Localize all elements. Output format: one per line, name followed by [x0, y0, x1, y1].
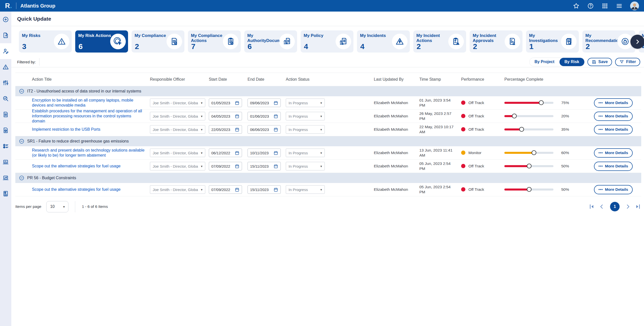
warning-triangle-icon	[57, 37, 66, 46]
cards-carousel-next-button[interactable]	[630, 35, 644, 49]
help-icon[interactable]	[587, 3, 594, 9]
slider-handle[interactable]	[539, 100, 544, 105]
summary-card-my-incident-actions[interactable]: My Incident Actions2	[413, 30, 466, 53]
last-page-icon[interactable]	[635, 203, 641, 210]
start-date-input[interactable]: 04/05/2023	[209, 112, 242, 120]
more-details-button[interactable]: •••More Details	[594, 162, 633, 171]
sidebar-item-person-edit[interactable]	[0, 43, 11, 59]
summary-card-my-recommendations[interactable]: My Recommendations2	[582, 30, 635, 53]
more-details-button[interactable]: •••More Details	[594, 148, 633, 158]
sidebar-item-warning-triangle[interactable]	[0, 59, 11, 75]
user-avatar[interactable]	[630, 2, 639, 10]
slider-handle[interactable]	[527, 187, 532, 192]
apps-grid-icon[interactable]	[601, 3, 608, 9]
save-disk-icon	[592, 60, 596, 64]
summary-card-my-investigations[interactable]: My Investigations1	[526, 30, 579, 53]
action-title-link[interactable]: Scope out the alternative strategies for…	[32, 187, 126, 192]
card-label: My Compliance Actions	[191, 33, 226, 43]
clipboard-alert-icon	[452, 37, 461, 46]
sidebar-item-document-lines[interactable]	[0, 107, 11, 122]
more-details-button[interactable]: •••More Details	[594, 98, 633, 108]
action-status-select[interactable]: In Progress▾	[286, 162, 325, 170]
more-details-button[interactable]: •••More Details	[594, 112, 633, 121]
responsible-officer-select[interactable]: Joe Smith - Director, Globa▾	[150, 125, 205, 134]
by-project-toggle[interactable]: By Project	[530, 58, 559, 66]
slider-handle[interactable]	[532, 150, 536, 155]
responsible-officer-select[interactable]: Joe Smith - Director, Globa▾	[150, 185, 205, 194]
previous-page-icon[interactable]	[598, 203, 605, 210]
summary-card-my-risks[interactable]: My Risks3	[19, 30, 72, 53]
summary-card-my-policy[interactable]: My Policy4	[301, 30, 353, 53]
end-date-input[interactable]: 09/06/2023	[248, 99, 281, 107]
summary-card-my-authoritydocument[interactable]: My AuthorityDocument6	[244, 30, 297, 53]
summary-card-my-incidents[interactable]: My Incidents4	[357, 30, 410, 53]
menu-icon[interactable]	[616, 3, 623, 9]
collapse-group-button[interactable]	[19, 88, 24, 94]
page-size-select[interactable]: 10 ▾	[46, 201, 68, 212]
percent-complete-slider[interactable]	[504, 102, 553, 104]
sidebar-item-checklist-status[interactable]	[0, 138, 11, 154]
percent-complete-slider[interactable]	[504, 165, 553, 167]
summary-card-my-compliance-actions[interactable]: My Compliance Actions7	[188, 30, 241, 53]
sidebar-item-sliders[interactable]	[0, 75, 11, 91]
start-date-input[interactable]: 01/05/2023	[209, 99, 242, 107]
responsible-officer-select[interactable]: Joe Smith - Director, Globa▾	[150, 162, 205, 170]
end-date-input[interactable]: 01/06/2023	[248, 112, 281, 120]
first-page-icon[interactable]	[588, 203, 595, 210]
card-count: 6	[78, 42, 83, 51]
last-updated-by: Elizabeth McMahon	[369, 114, 415, 119]
responsible-officer-select[interactable]: Joe Smith - Director, Globa▾	[150, 112, 205, 120]
start-date-input[interactable]: 07/09/2022	[209, 185, 242, 194]
sidebar-item-document-forward[interactable]	[0, 27, 11, 43]
action-title-link[interactable]: Implement restriction to the USB Ports	[32, 127, 105, 131]
collapse-group-button[interactable]	[19, 175, 24, 181]
start-date-input[interactable]: 07/09/2022	[209, 162, 242, 170]
sidebar-item-laptop-trend[interactable]	[0, 170, 11, 186]
collapse-group-button[interactable]	[19, 138, 24, 144]
calendar-icon	[273, 114, 278, 119]
sidebar-item-search-trend[interactable]	[0, 91, 11, 107]
action-title-link[interactable]: Scope out the alternative strategies for…	[32, 164, 126, 168]
slider-handle[interactable]	[527, 164, 532, 168]
next-page-icon[interactable]	[625, 203, 631, 210]
sidebar-item-document-shield[interactable]	[0, 122, 11, 138]
percent-complete-slider[interactable]	[504, 189, 553, 191]
percent-complete-slider[interactable]	[504, 128, 553, 130]
action-status-select[interactable]: In Progress▾	[286, 99, 325, 107]
more-details-button[interactable]: •••More Details	[594, 185, 633, 194]
end-date-input[interactable]: 15/11/2023	[248, 162, 281, 170]
sidebar-item-add-circle[interactable]	[0, 12, 11, 27]
action-status-select[interactable]: In Progress▾	[286, 125, 325, 134]
filter-button[interactable]: Filter	[615, 58, 640, 66]
end-date-input[interactable]: 15/11/2023	[248, 185, 281, 194]
by-risk-toggle[interactable]: By Risk	[559, 58, 584, 66]
sidebar-item-report-chart[interactable]	[0, 186, 11, 202]
slider-handle[interactable]	[512, 114, 517, 118]
action-status-select[interactable]: In Progress▾	[286, 112, 325, 120]
start-date-input[interactable]: 22/05/2023	[209, 125, 242, 134]
column-header-action-title: Action Title	[15, 77, 146, 82]
summary-card-my-incident-approvals[interactable]: My Incident Approvals2	[470, 30, 522, 53]
responsible-officer-select[interactable]: Joe Smith - Director, Globa▾	[150, 149, 205, 157]
percent-complete-value: 35%	[561, 127, 569, 132]
responsible-officer-select[interactable]: Joe Smith - Director, Globa▾	[150, 99, 205, 107]
action-status-select[interactable]: In Progress▾	[286, 149, 325, 157]
start-date-input[interactable]: 06/12/2022	[209, 149, 242, 157]
filter-bar-divider	[39, 58, 39, 66]
more-details-button[interactable]: •••More Details	[594, 125, 633, 134]
favorite-star-icon[interactable]	[573, 3, 580, 9]
action-status-select[interactable]: In Progress▾	[286, 185, 325, 194]
summary-card-my-compliance[interactable]: My Compliance2	[132, 30, 184, 53]
slider-handle[interactable]	[519, 127, 524, 132]
end-date-input[interactable]: 06/06/2023	[248, 125, 281, 134]
summary-card-my-risk-actions[interactable]: My Risk Actions6	[75, 30, 128, 53]
percent-complete-slider[interactable]	[504, 152, 553, 154]
action-title-link[interactable]: Research and present details on technolo…	[32, 148, 144, 157]
sidebar-item-laptop-chart[interactable]	[0, 154, 11, 170]
percent-complete-slider[interactable]	[504, 115, 553, 117]
save-button[interactable]: Save	[587, 58, 612, 66]
end-date-input[interactable]: 10/11/2023	[248, 149, 281, 157]
action-title-link[interactable]: Encryption to be installed on all compan…	[32, 98, 133, 107]
current-page-button[interactable]: 1	[610, 202, 620, 211]
action-title-link[interactable]: Establish procedures for the management …	[32, 109, 142, 123]
